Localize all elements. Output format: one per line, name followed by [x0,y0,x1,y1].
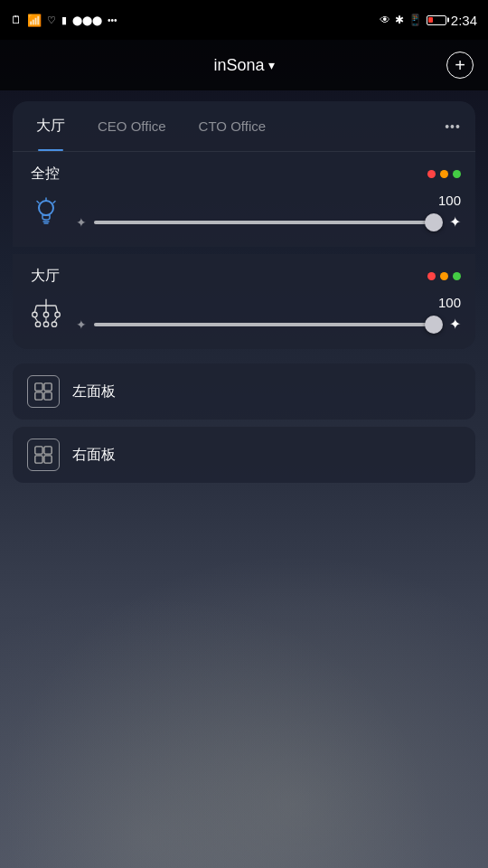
hall-dots [427,272,461,280]
left-panel-icon [27,375,60,408]
svg-line-13 [54,317,58,322]
svg-rect-18 [44,383,52,391]
wifi-icon: 📶 [27,14,42,27]
chevron-down-icon: ▾ [268,58,275,72]
hall-slider-fill [94,323,442,326]
svg-line-5 [34,306,36,312]
hall-slider-area: 100 ✦ ✦ [76,295,461,333]
svg-rect-23 [35,456,42,463]
all-control-dots [427,170,461,178]
right-panel-label: 右面板 [72,446,116,465]
svg-point-15 [43,322,48,326]
svg-point-0 [39,201,53,215]
add-button[interactable]: + [446,52,474,79]
right-panel-icon [27,439,60,471]
hall-card: 大厅 [13,254,475,349]
hall-slider-row: ✦ ✦ [76,316,461,333]
heart-icon: ♡ [47,14,56,26]
main-content: 大厅 CEO Office CTO Office ••• 全控 [0,90,488,501]
svg-rect-20 [44,392,52,400]
top-nav: inSona ▾ + [0,40,488,90]
left-panel-item[interactable]: 左面板 [13,363,475,420]
svg-line-7 [56,306,58,312]
svg-rect-21 [35,447,42,454]
hall-slider-track[interactable] [94,323,442,326]
plus-icon: + [455,55,465,76]
file-icon: 🗒 [11,14,22,26]
tab-more-button[interactable]: ••• [437,111,468,142]
more-status-icon: ••• [108,15,117,25]
hall-orange-dot [440,272,448,280]
chandelier-icon [27,295,65,333]
all-control-value: 100 [76,193,461,208]
all-control-header: 全控 [27,165,461,184]
hall-value: 100 [76,295,461,310]
all-control-slider-track[interactable] [94,221,442,224]
status-bar-left: 🗒 📶 ♡ ▮ ⬤⬤⬤ ••• [11,14,117,27]
all-control-slider-fill [94,221,442,224]
svg-point-10 [55,312,60,316]
all-control-slider-thumb[interactable] [425,213,443,231]
svg-rect-24 [44,456,52,463]
hall-brightness-max-icon: ✦ [449,316,461,333]
all-control-slider-area: 100 ✦ ✦ [76,193,461,231]
hall-brightness-min-icon: ✦ [76,317,87,332]
all-control-slider-row: ✦ ✦ [76,213,461,231]
app-icons: ⬤⬤⬤ [72,15,102,25]
status-bar: 🗒 📶 ♡ ▮ ⬤⬤⬤ ••• 👁 ✱ 📱 2:34 [0,0,488,40]
tab-label-ceo: CEO Office [98,118,166,134]
tab-cto-office[interactable]: CTO Office [183,101,282,151]
hall-slider-thumb[interactable] [425,316,443,334]
brightness-min-icon: ✦ [76,215,87,230]
tab-ceo-office[interactable]: CEO Office [81,101,183,151]
svg-point-16 [52,322,56,326]
clock: 2:34 [451,13,477,28]
orange-dot [440,170,448,178]
tab-label-datingting: 大厅 [36,117,65,136]
hall-green-dot [453,272,461,280]
red-dot [427,170,436,178]
svg-line-11 [34,317,38,322]
all-control-row: 100 ✦ ✦ [27,193,461,231]
all-control-title: 全控 [31,165,60,184]
hall-title: 大厅 [31,267,60,286]
signal-icon: 📱 [408,14,422,26]
svg-point-14 [35,322,40,326]
tab-section: 大厅 CEO Office CTO Office ••• 全控 [13,101,475,356]
svg-rect-22 [44,447,52,454]
hall-red-dot [427,272,436,280]
svg-point-8 [33,312,37,316]
svg-rect-17 [35,383,42,391]
hall-row: 100 ✦ ✦ [27,295,461,333]
brightness-max-icon: ✦ [449,213,461,231]
battery-indicator [427,15,446,25]
svg-rect-19 [35,392,42,400]
bluetooth-icon: ✱ [395,14,404,26]
eye-icon: 👁 [380,14,390,26]
ellipsis-icon: ••• [445,119,461,134]
app-title: inSona [213,56,264,75]
tab-label-cto: CTO Office [199,118,266,134]
right-panel-item[interactable]: 右面板 [13,427,475,483]
left-panel-label: 左面板 [72,382,116,401]
green-dot [453,170,461,178]
bulb-icon [27,193,65,231]
sim-icon: ▮ [61,14,67,26]
app-title-area[interactable]: inSona ▾ [213,56,274,75]
tab-bar: 大厅 CEO Office CTO Office ••• [13,101,475,152]
status-bar-right: 👁 ✱ 📱 2:34 [380,13,477,28]
svg-point-9 [43,312,48,316]
hall-header: 大厅 [27,267,461,286]
all-control-card: 全控 [13,152,475,247]
tab-datingting[interactable]: 大厅 [20,101,81,151]
